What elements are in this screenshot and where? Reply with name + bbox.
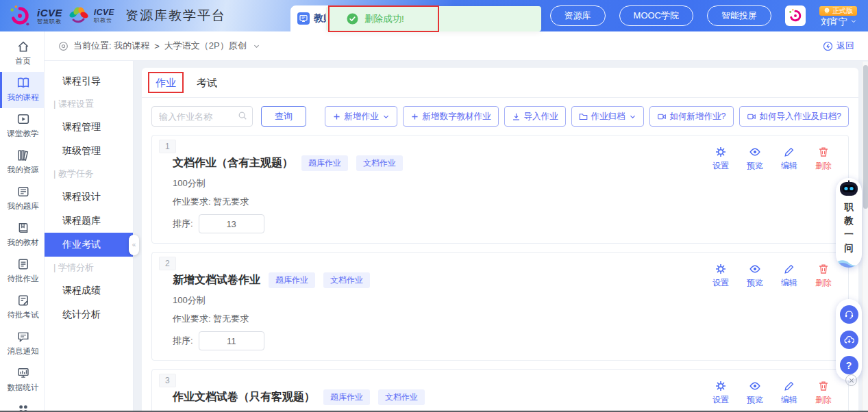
submenu-group-course-settings: 课程设置 [45, 93, 133, 115]
submenu-item-homework-exam[interactable]: 作业考试 « [45, 233, 133, 257]
add-digital-textbook-homework-button[interactable]: 新增数字教材作业 [403, 106, 499, 127]
pencil-icon [784, 263, 795, 274]
nav-mooc-academy-button[interactable]: MOOC学院 [619, 5, 693, 26]
back-button[interactable]: 返回 [823, 40, 854, 52]
tab-exam[interactable]: 考试 [197, 77, 217, 90]
submenu-item-course-question-bank[interactable]: 课程题库 [45, 209, 133, 233]
assignment-requirement: 作业要求: 暂无要求 [173, 313, 837, 325]
delete-button[interactable]: 删除 [815, 263, 832, 289]
sidebar-item-home[interactable]: 首页 [0, 36, 44, 72]
plus-icon [332, 112, 341, 121]
help-button[interactable] [840, 356, 858, 374]
sidebar-item-messages[interactable]: 消息通知 [0, 326, 44, 362]
query-button[interactable]: 查询 [261, 106, 306, 127]
assignment-title: 文档作业（含有主观题） [173, 156, 293, 170]
sort-input[interactable] [199, 331, 264, 350]
edit-button[interactable]: 编辑 [781, 263, 797, 289]
scrollbar-thumb[interactable] [863, 65, 868, 209]
how-to-add-homework-button[interactable]: 如何新增作业? [649, 106, 734, 127]
sidebar-item-my-question-bank[interactable]: 我的题库 [0, 181, 44, 217]
left-rail: 首页 我的课程 课堂教学 我的资源 我的题库 我的教材 [0, 31, 45, 412]
logo1-sub: 智慧职教 [37, 19, 62, 25]
add-homework-button[interactable]: 新增作业 [325, 106, 397, 127]
submenu-item-class-management[interactable]: 班级管理 [45, 139, 133, 163]
preview-button[interactable]: 预览 [747, 263, 763, 289]
how-to-import-archive-button[interactable]: 如何导入作业及归档? [739, 106, 849, 127]
trash-icon [818, 263, 829, 274]
sidebar-item-classroom-teaching[interactable]: 课堂教学 [0, 108, 44, 144]
teacher-badge-icon [297, 12, 310, 25]
gear-icon [715, 381, 726, 391]
preview-button[interactable]: 预览 [747, 381, 763, 406]
tab-homework[interactable]: 作业 [156, 77, 176, 90]
video-icon [657, 112, 667, 121]
header-right: 资源库 MOOC学院 智能投屏 正式版 刘宵宁 [550, 5, 868, 26]
edit-button[interactable]: 编辑 [781, 146, 797, 172]
pencil-icon [784, 381, 795, 391]
toast-success: 删除成功! [326, 6, 541, 31]
folder-icon [579, 112, 588, 121]
breadcrumb-label: 当前位置: 我的课程 [73, 40, 149, 52]
doc-list-icon [17, 258, 29, 270]
icve-fan-logo-icon [68, 6, 88, 25]
sidebar-item-my-courses[interactable]: 我的课程 [0, 72, 44, 108]
nav-smart-screencast-button[interactable]: 智能投屏 [707, 5, 771, 26]
tag-question-bank: 题库作业 [323, 389, 370, 405]
sidebar-item-my-resources[interactable]: 我的资源 [0, 144, 44, 181]
customer-service-button[interactable] [840, 305, 858, 324]
close-floating-toolbar-button[interactable] [845, 374, 857, 386]
collapse-sidebar-handle[interactable]: « [129, 235, 139, 255]
assignment-card: 2 新增文档试卷作业 题库作业 文档作业 100分制 作业要求: 暂无要求 [151, 252, 849, 361]
edit-button[interactable]: 编辑 [781, 381, 797, 406]
delete-button[interactable]: 删除 [815, 146, 832, 172]
submenu-item-course-guide[interactable]: 课程引导 [45, 69, 133, 93]
assistant-widget[interactable]: 职教一问 [836, 178, 862, 268]
home-icon [17, 40, 29, 53]
sidebar-label: 数据统计 [8, 383, 39, 393]
assignment-score: 100分制 [173, 177, 837, 190]
page-scrollbar[interactable] [862, 62, 868, 411]
sidebar-label: 待批作业 [8, 274, 39, 284]
download-button[interactable] [840, 331, 858, 349]
homework-archive-button[interactable]: 作业归档 [571, 106, 644, 127]
sidebar-item-data-statistics[interactable]: 数据统计 [0, 362, 44, 398]
avatar[interactable] [785, 5, 806, 26]
sidebar-item-pending-homework[interactable]: 待批作业 [0, 253, 44, 289]
nav-resource-library-button[interactable]: 资源库 [550, 5, 606, 26]
sidebar-item-third-party-apps[interactable]: 第三方应用 [0, 398, 44, 412]
sidebar-label: 我的题库 [8, 201, 39, 211]
sort-input[interactable] [199, 214, 264, 233]
play-video-icon [17, 113, 29, 125]
sidebar-item-my-textbooks[interactable]: 我的教材 [0, 217, 44, 253]
delete-button[interactable]: 删除 [815, 381, 832, 406]
submenu-item-course-management[interactable]: 课程管理 [45, 115, 133, 139]
logo2-name: iCVE [94, 8, 114, 16]
sidebar-label: 我的教材 [8, 237, 39, 248]
settings-button[interactable]: 设置 [712, 146, 729, 172]
check-circle-icon [347, 13, 358, 25]
assistant-label: 职教一问 [844, 201, 854, 255]
sort-label: 排序: [173, 335, 193, 347]
settings-button[interactable]: 设置 [712, 263, 729, 289]
username: 刘宵宁 [821, 17, 847, 26]
headset-icon [844, 309, 854, 320]
pencil-icon [784, 146, 795, 157]
top-header: iCVE 智慧职教 iCVE 职教云 资源库教学平台 [0, 0, 868, 31]
import-homework-button[interactable]: 导入作业 [504, 106, 566, 127]
settings-button[interactable]: 设置 [712, 381, 729, 406]
preview-button[interactable]: 预览 [747, 146, 763, 172]
submenu-item-course-grades[interactable]: 课程成绩 [45, 279, 133, 302]
assignment-score: 100分制 [173, 294, 837, 307]
user-area[interactable]: 正式版 刘宵宁 [819, 6, 857, 26]
breadcrumb-current[interactable]: 大学语文（2P）原创 [164, 40, 247, 52]
body: 首页 我的课程 课堂教学 我的资源 我的题库 我的教材 [0, 31, 868, 412]
submenu-item-statistics-analysis[interactable]: 统计分析 [45, 302, 133, 326]
tag-question-bank: 题库作业 [301, 155, 348, 171]
cloud-download-icon [844, 335, 854, 345]
chevron-down-icon[interactable] [253, 42, 260, 50]
icve-swirl-logo-icon [8, 4, 32, 27]
submenu-item-course-design[interactable]: 课程设计 [45, 185, 133, 209]
eye-icon [749, 381, 760, 391]
sidebar-item-pending-exams[interactable]: 待批考试 [0, 289, 44, 326]
chat-bubble-icon [17, 331, 29, 343]
